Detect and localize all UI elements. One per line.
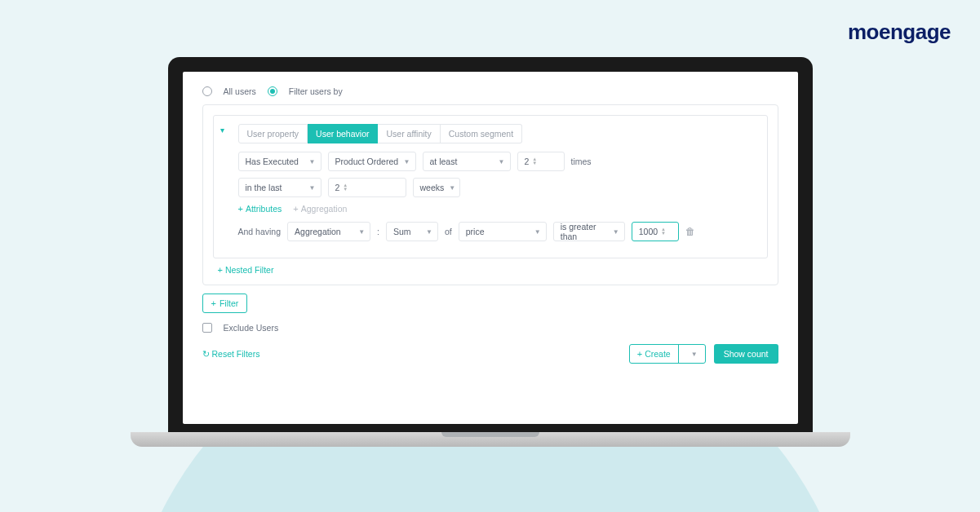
add-filter-button[interactable]: +Filter <box>202 294 248 313</box>
create-button-group: +Create ▼ <box>629 344 706 364</box>
select-operator[interactable]: is greater than▼ <box>553 222 625 241</box>
step-down-icon[interactable]: ▼ <box>661 232 666 236</box>
brand-logo: moengage <box>848 20 951 45</box>
radio-label-all: All users <box>224 86 256 96</box>
show-count-button[interactable]: Show count <box>714 344 778 364</box>
plus-icon: + <box>211 298 216 308</box>
reset-filters-button[interactable]: ↻Reset Filters <box>202 349 260 359</box>
label-exclude: Exclude Users <box>224 323 279 333</box>
select-executed[interactable]: Has Executed▼ <box>238 152 321 171</box>
tab-user-behavior[interactable]: User behavior <box>308 124 378 143</box>
app-screen: All users Filter users by ▾ User propert… <box>183 72 798 424</box>
select-timescope[interactable]: in the last▼ <box>238 178 321 197</box>
label-times: times <box>571 157 592 166</box>
chevron-down-icon: ▼ <box>534 228 541 236</box>
tab-user-property[interactable]: User property <box>238 124 308 143</box>
select-property[interactable]: price▼ <box>459 222 547 241</box>
plus-icon: + <box>218 265 223 275</box>
checkbox-exclude[interactable] <box>202 323 212 333</box>
collapse-icon[interactable]: ▾ <box>220 126 224 135</box>
create-button[interactable]: +Create <box>630 345 678 363</box>
add-nested-filter-button[interactable]: +Nested Filter <box>218 265 274 275</box>
trash-icon[interactable]: 🗑 <box>685 226 695 237</box>
select-timeunit[interactable]: weeks▼ <box>413 178 460 197</box>
chevron-down-icon: ▼ <box>449 184 455 192</box>
radio-label-filter: Filter users by <box>289 86 343 96</box>
chevron-down-icon: ▼ <box>358 228 365 236</box>
tab-user-affinity[interactable]: User affinity <box>378 124 440 143</box>
chevron-down-icon: ▼ <box>309 184 316 192</box>
create-dropdown[interactable]: ▼ <box>678 345 705 363</box>
radio-all-users[interactable] <box>202 86 212 96</box>
label-colon: : <box>377 227 379 236</box>
add-aggregation-button: +Aggregation <box>293 204 347 214</box>
select-aggregation[interactable]: Aggregation▼ <box>287 222 370 241</box>
refresh-icon: ↻ <box>202 349 210 359</box>
label-and-having: And having <box>238 227 282 236</box>
chevron-down-icon: ▼ <box>691 351 698 358</box>
laptop-mockup: All users Filter users by ▾ User propert… <box>168 57 813 447</box>
radio-filter-by[interactable] <box>268 86 277 96</box>
chevron-down-icon: ▼ <box>499 158 505 166</box>
step-down-icon[interactable]: ▼ <box>532 161 537 166</box>
chevron-down-icon: ▼ <box>309 158 316 166</box>
label-of: of <box>445 227 452 236</box>
plus-icon: + <box>238 204 243 214</box>
input-timenum[interactable]: 2▲▼ <box>328 178 406 197</box>
chevron-down-icon: ▼ <box>613 228 619 236</box>
add-attributes-button[interactable]: +Attributes <box>238 204 282 214</box>
input-value[interactable]: 1000▲▼ <box>632 222 679 241</box>
select-condition[interactable]: at least▼ <box>423 152 511 171</box>
chevron-down-icon: ▼ <box>426 228 432 236</box>
chevron-down-icon: ▼ <box>404 158 410 166</box>
select-func[interactable]: Sum▼ <box>386 222 438 241</box>
plus-icon: + <box>637 349 642 359</box>
input-count[interactable]: 2▲▼ <box>517 152 565 171</box>
step-down-icon[interactable]: ▼ <box>343 188 348 192</box>
select-event[interactable]: Product Ordered▼ <box>328 152 416 171</box>
tab-custom-segment[interactable]: Custom segment <box>441 124 522 143</box>
filter-group: ▾ User property User behavior User affin… <box>202 104 778 285</box>
filter-block: ▾ User property User behavior User affin… <box>213 115 768 258</box>
plus-icon: + <box>293 204 298 214</box>
